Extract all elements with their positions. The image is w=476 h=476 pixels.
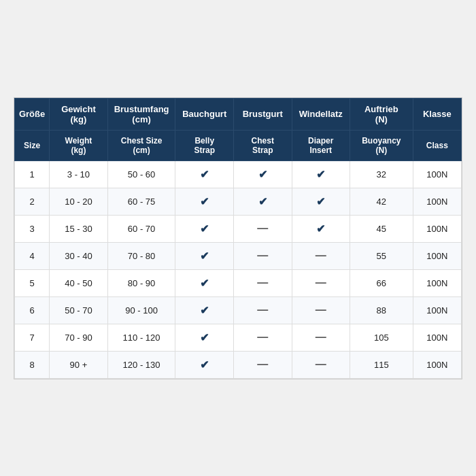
cell-cheststrap-2: — (233, 215, 292, 242)
dash-icon: — (316, 277, 326, 288)
check-icon: ✔ (258, 169, 267, 180)
cell-weight-0: 3 - 10 (50, 160, 108, 188)
cell-size-4: 5 (15, 269, 50, 296)
dash-icon: — (316, 250, 326, 261)
cell-belly-2: ✔ (175, 215, 234, 242)
cell-chest-6: 110 - 120 (107, 324, 175, 351)
cell-diaper-6: — (292, 324, 350, 351)
cell-belly-7: ✔ (175, 351, 234, 378)
check-icon: ✔ (316, 169, 325, 180)
cell-chest-0: 50 - 60 (107, 160, 175, 188)
cell-chest-1: 60 - 75 (107, 188, 175, 215)
table-row: 315 - 3060 - 70✔—✔45100N (15, 215, 462, 242)
cell-diaper-7: — (292, 351, 350, 378)
check-icon: ✔ (316, 196, 325, 207)
header-german-1: Gewicht(kg) (50, 98, 108, 130)
cell-weight-3: 30 - 40 (50, 242, 108, 269)
cell-belly-4: ✔ (175, 269, 234, 296)
cell-diaper-5: — (292, 296, 350, 324)
cell-weight-5: 50 - 70 (50, 296, 108, 324)
cell-class-1: 100N (413, 188, 461, 215)
cell-size-5: 6 (15, 296, 50, 324)
dash-icon: — (316, 331, 326, 343)
cell-buoyancy-1: 42 (350, 188, 413, 215)
cell-belly-5: ✔ (175, 296, 234, 324)
check-icon: ✔ (258, 196, 267, 207)
cell-size-0: 1 (15, 160, 50, 188)
cell-diaper-2: ✔ (292, 215, 350, 242)
cell-class-3: 100N (413, 242, 461, 269)
check-icon: ✔ (200, 359, 209, 371)
table-row: 650 - 7090 - 100✔——88100N (15, 296, 462, 324)
cell-buoyancy-0: 32 (350, 160, 413, 188)
cell-diaper-1: ✔ (292, 188, 350, 215)
dash-icon: — (316, 358, 326, 370)
cell-diaper-0: ✔ (292, 160, 350, 188)
header-english-3: BellyStrap (175, 130, 234, 160)
header-english-5: DiaperInsert (292, 130, 350, 160)
cell-weight-2: 15 - 30 (50, 215, 108, 242)
cell-chest-5: 90 - 100 (107, 296, 175, 324)
cell-belly-1: ✔ (175, 188, 234, 215)
dash-icon: — (257, 222, 268, 234)
dash-icon: — (257, 250, 268, 261)
cell-size-2: 3 (15, 215, 50, 242)
cell-belly-3: ✔ (175, 242, 234, 269)
header-german-3: Bauchgurt (175, 98, 234, 130)
cell-size-7: 8 (15, 351, 50, 378)
header-german-4: Brustgurt (233, 98, 292, 130)
check-icon: ✔ (200, 305, 209, 316)
cell-cheststrap-6: — (233, 324, 292, 351)
dash-icon: — (257, 331, 268, 343)
check-icon: ✔ (200, 223, 209, 235)
cell-weight-1: 10 - 20 (50, 188, 108, 215)
cell-weight-4: 40 - 50 (50, 269, 108, 296)
header-english-0: Size (15, 130, 50, 160)
cell-size-3: 4 (15, 242, 50, 269)
check-icon: ✔ (316, 223, 325, 235)
cell-class-5: 100N (413, 296, 461, 324)
table-row: 210 - 2060 - 75✔✔✔42100N (15, 188, 462, 215)
cell-buoyancy-7: 115 (350, 351, 413, 378)
check-icon: ✔ (200, 250, 209, 262)
cell-chest-2: 60 - 70 (107, 215, 175, 242)
cell-buoyancy-4: 66 (350, 269, 413, 296)
dash-icon: — (257, 304, 268, 316)
header-german-6: Auftrieb(N) (350, 98, 413, 130)
table-row: 540 - 5080 - 90✔——66100N (15, 269, 462, 296)
header-german-2: Brustumfang(cm) (107, 98, 175, 130)
cell-cheststrap-3: — (233, 242, 292, 269)
cell-buoyancy-3: 55 (350, 242, 413, 269)
header-german-5: Windellatz (292, 98, 350, 130)
cell-cheststrap-5: — (233, 296, 292, 324)
dash-icon: — (257, 358, 268, 370)
cell-chest-7: 120 - 130 (107, 351, 175, 378)
cell-class-4: 100N (413, 269, 461, 296)
cell-belly-0: ✔ (175, 160, 234, 188)
cell-weight-7: 90 + (50, 351, 108, 378)
cell-class-6: 100N (413, 324, 461, 351)
cell-diaper-3: — (292, 242, 350, 269)
header-english-1: Weight(kg) (50, 130, 108, 160)
cell-buoyancy-5: 88 (350, 296, 413, 324)
cell-diaper-4: — (292, 269, 350, 296)
cell-class-7: 100N (413, 351, 461, 378)
cell-cheststrap-1: ✔ (233, 188, 292, 215)
cell-cheststrap-0: ✔ (233, 160, 292, 188)
cell-buoyancy-2: 45 (350, 215, 413, 242)
header-english-6: Buoyancy(N) (350, 130, 413, 160)
cell-class-2: 100N (413, 215, 461, 242)
cell-size-6: 7 (15, 324, 50, 351)
cell-chest-3: 70 - 80 (107, 242, 175, 269)
cell-buoyancy-6: 105 (350, 324, 413, 351)
header-english-2: Chest Size(cm) (107, 130, 175, 160)
check-icon: ✔ (200, 196, 209, 207)
cell-weight-6: 70 - 90 (50, 324, 108, 351)
cell-size-1: 2 (15, 188, 50, 215)
check-icon: ✔ (200, 332, 209, 343)
cell-cheststrap-7: — (233, 351, 292, 378)
table-row: 890 +120 - 130✔——115100N (15, 351, 462, 378)
table-row: 13 - 1050 - 60✔✔✔32100N (15, 160, 462, 188)
dash-icon: — (316, 304, 326, 316)
check-icon: ✔ (200, 277, 209, 289)
